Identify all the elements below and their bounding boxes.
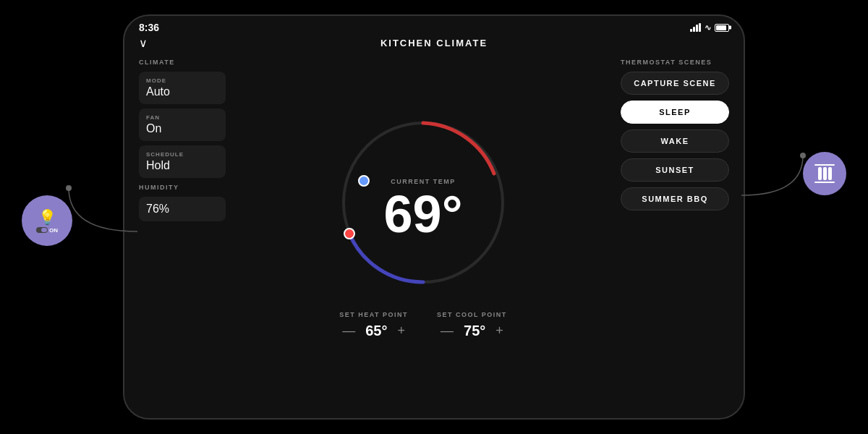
fan-value: On (146, 122, 218, 135)
tablet-frame: 8:36 ∿ ∨ KITCHEN CLIMATE CLIMATE (123, 14, 745, 420)
current-temp-label: CURRENT TEMP (384, 177, 463, 184)
fan-label: FAN (146, 114, 218, 121)
heat-point-value: 65° (365, 323, 387, 339)
thermostat-area: CURRENT TEMP 69° SET HEAT POINT — 65° + (233, 59, 613, 388)
climate-panel: CLIMATE MODE Auto FAN On SCHEDULE Hold H… (139, 59, 226, 388)
fan-card[interactable]: FAN On (139, 109, 226, 141)
svg-point-1 (800, 153, 806, 158)
wifi-icon: ∿ (705, 23, 711, 33)
nav-bar: ∨ KITCHEN CLIMATE (124, 36, 744, 51)
scenes-section-label: THERMOSTAT SCENES (621, 59, 729, 66)
back-chevron[interactable]: ∨ (139, 36, 148, 50)
scenes-panel: THERMOSTAT SCENES CAPTURE SCENE SLEEP WA… (621, 59, 729, 388)
mode-value: Auto (146, 85, 218, 98)
schedule-label: SCHEDULE (146, 151, 218, 158)
main-content: CLIMATE MODE Auto FAN On SCHEDULE Hold H… (124, 51, 744, 396)
heat-point-controls: — 65° + (342, 323, 405, 339)
heat-decrease-btn[interactable]: — (342, 323, 355, 339)
temp-display: CURRENT TEMP 69° (384, 177, 463, 239)
schedule-card[interactable]: SCHEDULE Hold (139, 145, 226, 178)
humidity-section-label: HUMIDITY (139, 184, 226, 191)
page-title: KITCHEN CLIMATE (380, 38, 488, 48)
current-temp-value: 69° (384, 184, 463, 242)
cool-decrease-btn[interactable]: — (441, 323, 454, 339)
wake-scene-btn[interactable]: WAKE (621, 129, 729, 153)
set-points: SET HEAT POINT — 65° + SET COOL POINT — … (339, 311, 507, 339)
cool-point-value: 75° (464, 323, 485, 339)
light-bubble[interactable]: 💡 ON (22, 195, 72, 246)
capture-scene-btn[interactable]: CAPTURE SCENE (621, 72, 729, 95)
time-display: 8:36 (139, 22, 159, 33)
status-icons: ∿ (690, 23, 729, 33)
heat-increase-btn[interactable]: + (397, 323, 405, 339)
humidity-value: 76% (146, 203, 218, 216)
climate-section-label: CLIMATE (139, 59, 226, 66)
svg-point-4 (344, 229, 354, 239)
bulb-icon: 💡 (38, 208, 56, 226)
signal-icon (690, 23, 701, 32)
heat-point: SET HEAT POINT — 65° + (339, 311, 408, 339)
thermostat-ring[interactable]: CURRENT TEMP 69° (329, 109, 517, 297)
tablet-screen: 8:36 ∿ ∨ KITCHEN CLIMATE CLIMATE (124, 16, 744, 418)
cool-point: SET COOL POINT — 75° + (437, 311, 507, 339)
radiator-icon (814, 164, 835, 183)
svg-point-0 (66, 185, 72, 191)
cool-point-label: SET COOL POINT (437, 311, 507, 318)
cool-point-controls: — 75° + (441, 323, 503, 339)
mode-card[interactable]: MODE Auto (139, 72, 226, 104)
mode-label: MODE (146, 77, 218, 84)
heat-point-label: SET HEAT POINT (339, 311, 408, 318)
light-status: ON (49, 227, 58, 234)
humidity-card: 76% (139, 197, 226, 221)
summer-bbq-scene-btn[interactable]: SUMMER BBQ (621, 187, 729, 210)
cool-increase-btn[interactable]: + (495, 323, 503, 339)
sleep-scene-btn[interactable]: SLEEP (621, 101, 729, 124)
radiator-bubble[interactable] (803, 152, 846, 195)
svg-point-3 (359, 176, 369, 186)
status-bar: 8:36 ∿ (124, 16, 744, 36)
sunset-scene-btn[interactable]: SUNSET (621, 158, 729, 182)
battery-icon (715, 24, 729, 32)
schedule-value: Hold (146, 159, 218, 172)
